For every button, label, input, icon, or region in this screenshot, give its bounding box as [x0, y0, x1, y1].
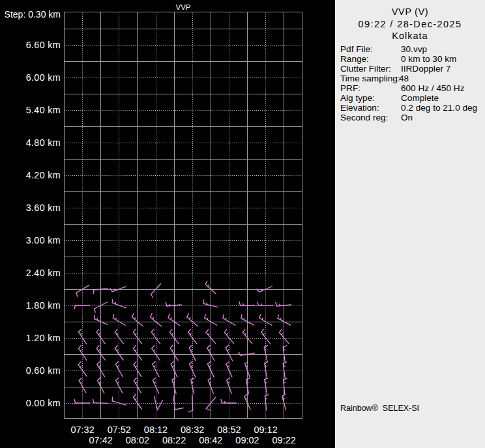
svg-text:08:02: 08:02	[126, 435, 149, 445]
svg-text:Step: 0.30 km: Step: 0.30 km	[5, 9, 61, 20]
svg-text:6.60 km: 6.60 km	[26, 40, 61, 50]
svg-text:08:22: 08:22	[162, 435, 186, 445]
svg-text:6.00 km: 6.00 km	[26, 72, 61, 83]
svg-text:VVP: VVP	[175, 3, 190, 11]
svg-text:4.20 km: 4.20 km	[26, 170, 61, 180]
svg-text:2.40 km: 2.40 km	[26, 268, 61, 278]
svg-text:07:42: 07:42	[89, 435, 113, 445]
svg-text:5.40 km: 5.40 km	[26, 105, 61, 115]
svg-text:08:12: 08:12	[144, 425, 168, 435]
svg-text:1.20 km: 1.20 km	[26, 333, 61, 343]
svg-text:1.80 km: 1.80 km	[26, 300, 61, 311]
svg-text:09:12: 09:12	[254, 425, 277, 435]
svg-text:0.60 km: 0.60 km	[26, 365, 61, 376]
svg-text:08:52: 08:52	[217, 425, 241, 435]
svg-text:0.00 km: 0.00 km	[26, 398, 61, 408]
svg-text:08:42: 08:42	[199, 435, 222, 445]
svg-text:3.60 km: 3.60 km	[26, 203, 61, 213]
svg-text:07:52: 07:52	[108, 425, 131, 435]
svg-text:4.80 km: 4.80 km	[26, 137, 61, 148]
svg-text:09:22: 09:22	[272, 435, 296, 445]
svg-text:07:32: 07:32	[70, 425, 94, 435]
svg-text:3.00 km: 3.00 km	[26, 235, 61, 245]
svg-text:08:32: 08:32	[181, 425, 204, 435]
svg-text:09:02: 09:02	[235, 435, 259, 445]
